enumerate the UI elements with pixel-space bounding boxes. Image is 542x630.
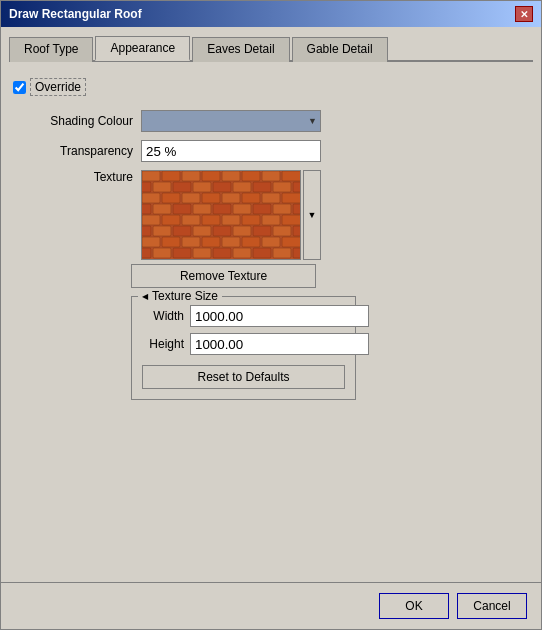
svg-rect-37: [182, 215, 200, 225]
svg-rect-25: [282, 193, 301, 203]
svg-rect-61: [153, 248, 171, 258]
appearance-panel: Override Shading Colour Transparency: [9, 72, 533, 574]
dialog-content: Roof Type Appearance Eaves Detail Gable …: [1, 27, 541, 582]
svg-rect-33: [273, 204, 291, 214]
svg-rect-38: [202, 215, 220, 225]
svg-rect-62: [173, 248, 191, 258]
transparency-input[interactable]: [141, 140, 321, 162]
svg-rect-9: [142, 182, 151, 192]
svg-rect-35: [142, 215, 160, 225]
override-row: Override: [13, 78, 529, 96]
svg-rect-47: [213, 226, 231, 236]
svg-rect-67: [273, 248, 291, 258]
width-label: Width: [142, 309, 184, 323]
width-row: Width: [142, 305, 345, 327]
svg-rect-13: [213, 182, 231, 192]
texture-label: Texture: [23, 170, 133, 184]
cancel-button[interactable]: Cancel: [457, 593, 527, 619]
svg-rect-64: [213, 248, 231, 258]
svg-rect-2: [162, 171, 180, 181]
svg-rect-15: [253, 182, 271, 192]
svg-rect-4: [202, 171, 220, 181]
svg-rect-65: [233, 248, 251, 258]
texture-tile-svg: [142, 171, 301, 260]
svg-rect-45: [173, 226, 191, 236]
svg-rect-3: [182, 171, 200, 181]
svg-rect-44: [153, 226, 171, 236]
svg-rect-22: [222, 193, 240, 203]
svg-rect-6: [242, 171, 260, 181]
svg-rect-51: [293, 226, 301, 236]
height-label: Height: [142, 337, 184, 351]
shading-select-wrapper: [141, 110, 321, 132]
texture-container: ▼: [141, 170, 321, 260]
svg-rect-59: [282, 237, 301, 247]
svg-rect-34: [293, 204, 301, 214]
tab-roof-type[interactable]: Roof Type: [9, 37, 93, 62]
svg-rect-56: [222, 237, 240, 247]
transparency-label: Transparency: [23, 144, 133, 158]
svg-rect-53: [162, 237, 180, 247]
svg-rect-48: [233, 226, 251, 236]
svg-rect-60: [142, 248, 151, 258]
svg-rect-12: [193, 182, 211, 192]
svg-rect-54: [182, 237, 200, 247]
svg-rect-32: [253, 204, 271, 214]
svg-rect-19: [162, 193, 180, 203]
svg-rect-29: [193, 204, 211, 214]
tab-eaves-detail[interactable]: Eaves Detail: [192, 37, 289, 62]
svg-rect-7: [262, 171, 280, 181]
svg-rect-26: [142, 204, 151, 214]
height-input[interactable]: [190, 333, 369, 355]
texture-dropdown-button[interactable]: ▼: [303, 170, 321, 260]
svg-rect-31: [233, 204, 251, 214]
texture-size-group: ◀ Texture Size Width Height Reset to Def…: [131, 296, 356, 400]
main-window: Draw Rectangular Roof ✕ Roof Type Appear…: [0, 0, 542, 630]
transparency-row: Transparency: [23, 140, 529, 162]
override-checkbox[interactable]: [13, 81, 26, 94]
reset-defaults-button[interactable]: Reset to Defaults: [142, 365, 345, 389]
ok-button[interactable]: OK: [379, 593, 449, 619]
remove-texture-button[interactable]: Remove Texture: [131, 264, 316, 288]
svg-rect-63: [193, 248, 211, 258]
override-label: Override: [30, 78, 86, 96]
texture-row: Texture: [23, 170, 529, 260]
close-button[interactable]: ✕: [515, 6, 533, 22]
svg-rect-55: [202, 237, 220, 247]
shading-colour-label: Shading Colour: [23, 114, 133, 128]
svg-rect-14: [233, 182, 251, 192]
svg-rect-66: [253, 248, 271, 258]
svg-rect-30: [213, 204, 231, 214]
collapse-icon: ◀: [142, 292, 148, 301]
title-bar: Draw Rectangular Roof ✕: [1, 1, 541, 27]
svg-rect-43: [142, 226, 151, 236]
height-row: Height: [142, 333, 345, 355]
svg-rect-23: [242, 193, 260, 203]
svg-rect-68: [293, 248, 301, 258]
svg-rect-5: [222, 171, 240, 181]
shading-colour-select[interactable]: [141, 110, 321, 132]
svg-rect-50: [273, 226, 291, 236]
svg-rect-18: [142, 193, 160, 203]
width-input[interactable]: [190, 305, 369, 327]
svg-rect-28: [173, 204, 191, 214]
svg-rect-21: [202, 193, 220, 203]
svg-rect-17: [293, 182, 301, 192]
svg-rect-36: [162, 215, 180, 225]
svg-rect-40: [242, 215, 260, 225]
svg-rect-42: [282, 215, 301, 225]
svg-rect-20: [182, 193, 200, 203]
svg-rect-11: [173, 182, 191, 192]
svg-rect-27: [153, 204, 171, 214]
svg-rect-46: [193, 226, 211, 236]
svg-rect-52: [142, 237, 160, 247]
tab-gable-detail[interactable]: Gable Detail: [292, 37, 388, 62]
svg-rect-1: [142, 171, 160, 181]
texture-preview: [141, 170, 301, 260]
window-title: Draw Rectangular Roof: [9, 7, 142, 21]
svg-rect-16: [273, 182, 291, 192]
svg-rect-41: [262, 215, 280, 225]
dialog-footer: OK Cancel: [1, 582, 541, 629]
svg-rect-58: [262, 237, 280, 247]
tab-appearance[interactable]: Appearance: [95, 36, 190, 61]
